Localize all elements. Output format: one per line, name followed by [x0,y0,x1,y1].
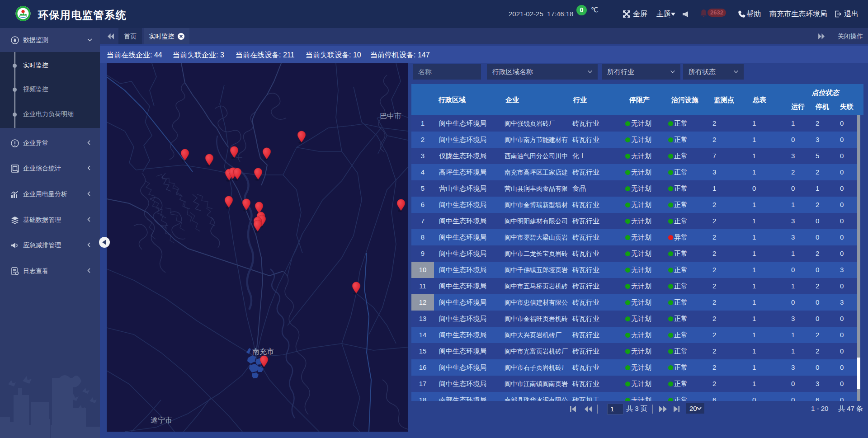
svg-text:巴中市: 巴中市 [380,112,401,120]
svg-text:南充市: 南充市 [252,348,274,355]
svg-text:遂宁市: 遂宁市 [151,416,172,424]
